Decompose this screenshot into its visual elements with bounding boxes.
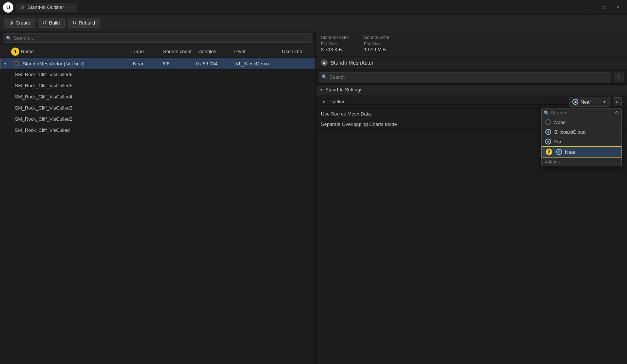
row-source: 6/6 xyxy=(163,61,196,66)
section-expand-icon: ▼ xyxy=(319,88,323,92)
dropdown-search-row: 🔍 ⚙ xyxy=(542,108,621,117)
pipeline-selected-value: Near xyxy=(581,99,591,105)
table-header: 1 Name Type Source count Triangles Level… xyxy=(0,45,315,58)
table-row[interactable]: SM_Rock_Cliff_VisCulled2 xyxy=(0,114,315,125)
actor-name-row: ◆ StandInMeshActor xyxy=(316,56,627,69)
row-type: Near xyxy=(133,61,163,66)
pipeline-label: Pipeline xyxy=(328,99,345,104)
create-button[interactable]: ⊕ Create xyxy=(4,18,35,28)
title-bar: U Stand-In Outliner × — □ ✕ xyxy=(0,0,627,15)
app-logo: U xyxy=(3,2,13,13)
billboardcloud-option-icon: ◉ xyxy=(545,129,551,135)
left-panel: 🔍 1 Name Type Source count Triangles Lev… xyxy=(0,31,316,364)
col-source-header: Source count xyxy=(163,49,196,54)
pipeline-expand-icon: ► xyxy=(322,100,326,104)
standin-est-size-value: 3.703 KiB xyxy=(321,47,349,52)
dropdown-item-count: 4 items xyxy=(542,157,621,166)
info-header: Stand-In Actor Est. Size: 3.703 KiB Sour… xyxy=(316,31,627,56)
grid-view-button[interactable]: ⊦ xyxy=(614,72,624,82)
row-name: SM_Rock_Cliff_VisCulled4 xyxy=(13,94,133,100)
table-row[interactable]: SM_Rock_Cliff_VisCulled xyxy=(0,125,315,136)
standin-est-size-label: Est. Size: xyxy=(321,42,349,46)
rebuild-icon: ↻ xyxy=(72,20,77,26)
close-tab-button[interactable]: × xyxy=(67,4,73,10)
pipeline-dropdown-menu: 🔍 ⚙ None ◉ BillboardCloud xyxy=(541,108,622,166)
col-userdata-header: UserData xyxy=(282,49,315,54)
build-button[interactable]: ↺ Build xyxy=(38,18,65,28)
pipeline-dropdown-trigger[interactable]: ◉ Near ▼ xyxy=(569,97,610,107)
far-option-icon: ◉ xyxy=(545,139,551,144)
dropdown-option-none: None xyxy=(554,120,566,125)
maximize-button[interactable]: □ xyxy=(599,2,611,13)
close-window-button[interactable]: ✕ xyxy=(612,2,624,13)
row-triangles: 0 / 53,034 xyxy=(196,61,233,66)
table-row[interactable]: SM_Rock_Cliff_VisCulled5 xyxy=(0,80,315,91)
near-option-icon: ◉ xyxy=(556,149,562,155)
standin-actor-info: Stand-In Actor Est. Size: 3.703 KiB xyxy=(321,35,349,52)
pipeline-subsection-header[interactable]: ► Pipeline xyxy=(321,99,569,105)
tab-dot xyxy=(21,6,25,9)
outliner-search-input[interactable] xyxy=(3,33,312,43)
row-name: SM_Rock_Cliff_VisCulled5 xyxy=(13,83,133,88)
dropdown-search-input[interactable] xyxy=(551,110,613,116)
pipeline-icon: ◉ xyxy=(572,99,578,105)
rebuild-button[interactable]: ↻ Rebuild xyxy=(68,18,100,28)
standin-actor-label: Stand-In Actor xyxy=(321,35,349,40)
dropdown-search-icon: 🔍 xyxy=(544,110,549,116)
dropdown-option-billboardcloud: BillboardCloud xyxy=(554,129,586,135)
standin-settings-header[interactable]: ▼ Stand-In Settings xyxy=(316,85,627,95)
source-actor-label: Source Actor xyxy=(364,35,390,40)
rebuild-label: Rebuild xyxy=(79,20,95,26)
back-button[interactable]: ↩ xyxy=(613,97,622,106)
toolbar: ⊕ Create ↺ Build ↻ Rebuild xyxy=(0,15,627,31)
build-label: Build xyxy=(49,20,60,26)
search-icon: 🔍 xyxy=(322,74,327,79)
window-controls: — □ ✕ xyxy=(585,2,624,13)
dropdown-item-none[interactable]: None xyxy=(542,117,621,127)
row-name: SM_Rock_Cliff_VisCulled xyxy=(13,127,133,133)
table-row[interactable]: SM_Rock_Cliff_VisCulled6 xyxy=(0,69,315,80)
source-est-size-label: Est. Size: xyxy=(364,42,390,46)
source-est-size-value: 1.519 MiB xyxy=(364,47,390,52)
chevron-down-icon: ▼ xyxy=(602,100,607,104)
table-row[interactable]: ▼ StandInMeshActor (Not built) Near 6/6 … xyxy=(0,58,315,69)
row-name: StandInMeshActor (Not built) xyxy=(21,61,133,66)
col-level-header: Level xyxy=(234,49,282,54)
title-tab[interactable]: Stand-In Outliner × xyxy=(16,3,77,12)
col-triangles-header: Triangles xyxy=(196,49,234,54)
dropdown-option-far: Far xyxy=(554,139,562,144)
outliner-search-wrap: 🔍 xyxy=(3,33,312,43)
dropdown-option-near: Near xyxy=(565,149,575,155)
pipeline-row: ► Pipeline ◉ Near ▼ ↩ 🔍 xyxy=(316,95,627,109)
none-option-icon xyxy=(545,119,551,125)
row-level: LVL_KioskDemo xyxy=(233,61,282,66)
settings-section: ▼ Stand-In Settings ► Pipeline ◉ Near ▼ … xyxy=(316,85,627,364)
col-name-header: Name xyxy=(19,49,133,54)
search-icon: 🔍 xyxy=(6,36,12,41)
minimize-button[interactable]: — xyxy=(585,2,597,13)
main-layout: 🔍 1 Name Type Source count Triangles Lev… xyxy=(0,31,627,364)
step1-badge: 1 xyxy=(11,48,19,56)
row-expand[interactable]: ▼ xyxy=(2,62,13,66)
outliner-search-bar: 🔍 xyxy=(0,31,315,45)
dropdown-item-near[interactable]: 2 ◉ Near xyxy=(542,146,621,157)
create-label: Create xyxy=(16,20,30,26)
right-panel: Stand-In Actor Est. Size: 3.703 KiB Sour… xyxy=(316,31,627,364)
table-row[interactable]: SM_Rock_Cliff_VisCulled4 xyxy=(0,91,315,103)
tab-title: Stand-In Outliner xyxy=(27,4,64,10)
source-actor-info: Source Actor Est. Size: 1.519 MiB xyxy=(364,35,390,52)
col-type-header: Type xyxy=(133,49,163,54)
dropdown-item-billboardcloud[interactable]: ◉ BillboardCloud xyxy=(542,127,621,137)
right-search-row: 🔍 ⊦ xyxy=(316,69,627,85)
properties-search-input[interactable] xyxy=(319,72,611,82)
table-row[interactable]: SM_Rock_Cliff_VisCulled3 xyxy=(0,103,315,114)
row-name: SM_Rock_Cliff_VisCulled3 xyxy=(13,105,133,111)
dropdown-item-far[interactable]: ◉ Far xyxy=(542,137,621,146)
section-title: Stand-In Settings xyxy=(325,87,363,92)
actor-name-text: StandInMeshActor xyxy=(331,60,373,66)
actor-icon: ◆ xyxy=(321,59,328,66)
row-color-swatch xyxy=(14,61,19,66)
dropdown-settings-icon[interactable]: ⚙ xyxy=(615,110,619,116)
right-search-wrap: 🔍 xyxy=(319,72,611,82)
row-name: SM_Rock_Cliff_VisCulled6 xyxy=(13,72,133,77)
